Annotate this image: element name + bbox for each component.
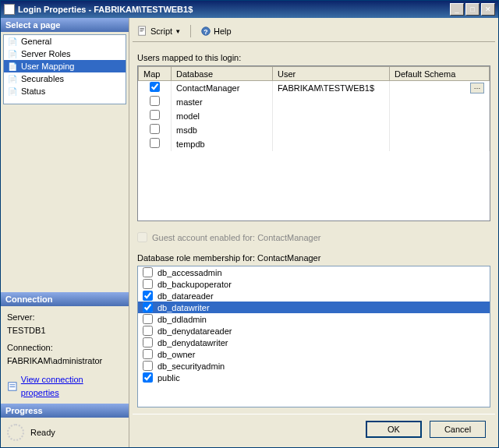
role-checkbox[interactable] <box>143 372 153 383</box>
maximize-button[interactable]: □ <box>465 3 480 16</box>
cancel-button[interactable]: Cancel <box>430 421 486 438</box>
help-icon: ? <box>200 26 211 37</box>
role-item-db_denydatareader[interactable]: db_denydatareader <box>138 325 490 337</box>
role-checkbox[interactable] <box>143 361 153 371</box>
server-value: TESTDB1 <box>7 324 122 337</box>
page-icon: 📄 <box>7 86 18 96</box>
app-icon <box>4 4 15 15</box>
sidebar-page-server-roles[interactable]: 📄Server Roles <box>4 48 126 60</box>
role-item-db_accessadmin[interactable]: db_accessadmin <box>138 266 490 278</box>
window-title: Login Properties - FABRIKAM\TESTWEB1$ <box>18 5 450 14</box>
role-checkbox[interactable] <box>143 302 153 312</box>
connection-header: Connection <box>1 292 129 306</box>
chevron-down-icon: ▼ <box>175 28 181 35</box>
svg-text:?: ? <box>203 28 207 36</box>
role-list[interactable]: db_accessadmindb_backupoperatordb_datare… <box>137 266 490 407</box>
mapped-users-label: Users mapped to this login: <box>137 53 490 62</box>
ok-button[interactable]: OK <box>366 421 422 438</box>
roles-label: Database role membership for: ContactMan… <box>137 253 490 263</box>
connection-value: FABRIKAM\administrator <box>7 355 122 368</box>
table-row[interactable]: tempdb <box>139 137 490 151</box>
view-connection-properties-link[interactable]: View connection properties <box>7 373 122 399</box>
svg-rect-1 <box>9 384 15 385</box>
browse-button[interactable]: … <box>470 83 484 93</box>
guest-account-checkbox <box>137 232 147 242</box>
close-button[interactable]: ✕ <box>481 3 495 16</box>
role-checkbox[interactable] <box>143 291 153 301</box>
page-icon: 📄 <box>7 62 18 71</box>
mapped-users-grid[interactable]: Map Database User Default Schema Contact… <box>137 65 490 221</box>
page-icon: 📄 <box>7 49 18 58</box>
col-schema[interactable]: Default Schema <box>390 67 490 81</box>
map-checkbox[interactable] <box>150 96 160 106</box>
role-checkbox[interactable] <box>143 326 153 336</box>
progress-spinner-icon <box>7 424 24 441</box>
table-row[interactable]: master <box>139 95 490 109</box>
role-checkbox[interactable] <box>143 314 153 324</box>
col-user[interactable]: User <box>273 67 390 81</box>
properties-icon <box>7 381 18 392</box>
role-item-db_datareader[interactable]: db_datareader <box>138 290 490 302</box>
role-checkbox[interactable] <box>143 267 153 277</box>
table-row[interactable]: ContactManagerFABRIKAM\TESTWEB1$… <box>139 81 490 95</box>
minimize-button[interactable]: _ <box>450 3 464 16</box>
sidebar-page-status[interactable]: 📄Status <box>4 85 126 97</box>
table-row[interactable]: msdb <box>139 123 490 137</box>
col-database[interactable]: Database <box>172 67 273 81</box>
role-item-db_datawriter[interactable]: db_datawriter <box>138 302 490 313</box>
script-icon <box>137 26 148 37</box>
svg-rect-2 <box>9 386 15 387</box>
script-button[interactable]: Script ▼ <box>134 24 184 38</box>
sidebar-page-user-mapping[interactable]: 📄User Mapping <box>4 60 126 72</box>
help-button[interactable]: ? Help <box>197 24 235 38</box>
sidebar-page-general[interactable]: 📄General <box>4 35 126 48</box>
role-item-db_backupoperator[interactable]: db_backupoperator <box>138 278 490 290</box>
map-checkbox[interactable] <box>150 82 160 92</box>
map-checkbox[interactable] <box>150 110 160 120</box>
connection-label: Connection: <box>7 341 122 355</box>
progress-header: Progress <box>1 404 129 418</box>
role-item-public[interactable]: public <box>138 372 490 383</box>
role-checkbox[interactable] <box>143 349 153 359</box>
page-icon: 📄 <box>7 37 18 46</box>
role-item-db_ddladmin[interactable]: db_ddladmin <box>138 313 490 325</box>
page-icon: 📄 <box>7 74 18 83</box>
table-row[interactable]: model <box>139 109 490 123</box>
role-checkbox[interactable] <box>143 337 153 347</box>
select-page-header: Select a page <box>1 18 129 32</box>
role-item-db_denydatawriter[interactable]: db_denydatawriter <box>138 337 490 348</box>
titlebar: Login Properties - FABRIKAM\TESTWEB1$ _ … <box>1 1 498 18</box>
role-item-db_owner[interactable]: db_owner <box>138 348 490 360</box>
role-checkbox[interactable] <box>143 279 153 289</box>
page-list: 📄General📄Server Roles📄User Mapping📄Secur… <box>3 34 126 104</box>
guest-account-label: Guest account enabled for: ContactManage… <box>152 233 320 242</box>
map-checkbox[interactable] <box>150 138 160 148</box>
role-item-db_securityadmin[interactable]: db_securityadmin <box>138 360 490 372</box>
map-checkbox[interactable] <box>150 124 160 134</box>
server-label: Server: <box>7 311 122 324</box>
sidebar-page-securables[interactable]: 📄Securables <box>4 72 126 85</box>
progress-status: Ready <box>30 428 55 437</box>
col-map[interactable]: Map <box>139 67 172 81</box>
